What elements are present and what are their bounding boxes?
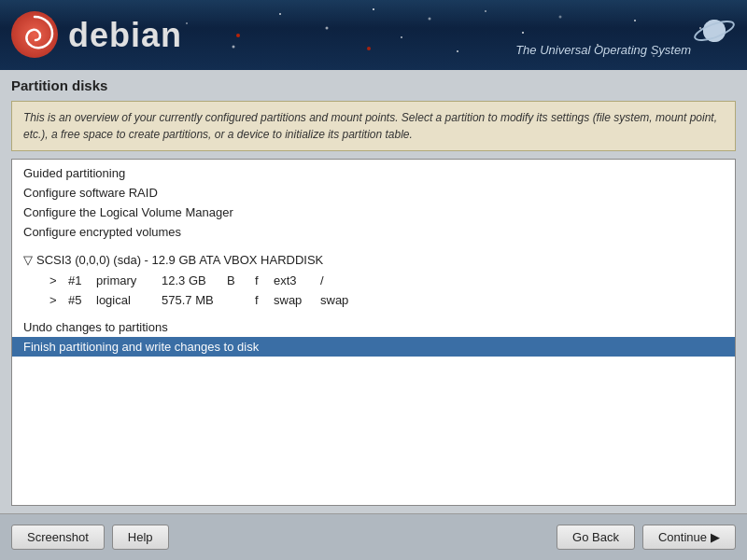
finish-label: Finish partitioning and write changes to… bbox=[23, 340, 259, 354]
info-text: This is an overview of your currently co… bbox=[23, 111, 717, 141]
svg-point-7 bbox=[522, 32, 524, 34]
partition-flag-2: f bbox=[255, 293, 274, 307]
svg-point-4 bbox=[429, 18, 431, 21]
svg-point-10 bbox=[634, 20, 636, 21]
footer-left-buttons: Screenshot Help bbox=[11, 525, 169, 550]
help-button[interactable]: Help bbox=[112, 525, 169, 550]
screenshot-button[interactable]: Screenshot bbox=[11, 525, 105, 550]
svg-point-5 bbox=[457, 50, 458, 52]
svg-point-20 bbox=[703, 20, 726, 42]
header-tagline: The Universal Operating System bbox=[515, 43, 691, 57]
list-item-undo[interactable]: Undo changes to partitions bbox=[12, 317, 735, 337]
footer: Screenshot Help Go Back Continue ▶ bbox=[0, 513, 747, 560]
svg-point-16 bbox=[367, 47, 371, 50]
partition-panel[interactable]: Guided partitioning Configure software R… bbox=[11, 159, 736, 506]
debian-logo: debian bbox=[9, 9, 182, 61]
partition-size-1: 12.3 GB bbox=[162, 273, 227, 287]
partition-mount-1: / bbox=[320, 273, 324, 287]
partition-row-2[interactable]: > #5 logical 575.7 MB f swap swap bbox=[12, 290, 735, 310]
continue-arrow-icon: ▶ bbox=[711, 530, 720, 544]
main-content: Partition disks This is an overview of y… bbox=[0, 70, 747, 513]
partition-flag-1: f bbox=[255, 273, 274, 287]
continue-button[interactable]: Continue ▶ bbox=[642, 525, 736, 550]
partition-fs-1: ext3 bbox=[274, 273, 320, 287]
lvm-label: Configure the Logical Volume Manager bbox=[23, 205, 233, 219]
partition-row-1[interactable]: > #1 primary 12.3 GB B f ext3 / bbox=[12, 271, 735, 290]
svg-point-11 bbox=[186, 22, 188, 24]
disk-label: SCSI3 (0,0,0) (sda) - 12.9 GB ATA VBOX H… bbox=[36, 253, 323, 267]
disk-header[interactable]: ▽ SCSI3 (0,0,0) (sda) - 12.9 GB ATA VBOX… bbox=[12, 249, 735, 271]
svg-point-6 bbox=[485, 10, 486, 12]
svg-point-2 bbox=[373, 8, 374, 10]
debian-brand-name: debian bbox=[68, 16, 182, 55]
partition-boot-1: B bbox=[227, 273, 255, 287]
continue-label: Continue bbox=[658, 530, 707, 544]
page-title: Partition disks bbox=[11, 77, 736, 93]
footer-right-buttons: Go Back Continue ▶ bbox=[557, 525, 736, 550]
list-item-lvm[interactable]: Configure the Logical Volume Manager bbox=[12, 203, 735, 222]
undo-label: Undo changes to partitions bbox=[23, 320, 168, 334]
partition-mount-2: swap bbox=[320, 293, 348, 307]
raid-label: Configure software RAID bbox=[23, 186, 158, 200]
svg-point-3 bbox=[401, 36, 402, 38]
partition-fs-2: swap bbox=[274, 293, 320, 307]
svg-point-8 bbox=[559, 16, 562, 19]
partition-type-2: logical bbox=[96, 293, 162, 307]
info-box: This is an overview of your currently co… bbox=[11, 101, 736, 151]
list-item-finish[interactable]: Finish partitioning and write changes to… bbox=[12, 337, 735, 357]
partition-num-2: #5 bbox=[68, 293, 96, 307]
partition-num-1: #1 bbox=[68, 273, 96, 287]
svg-point-12 bbox=[233, 46, 235, 49]
svg-point-17 bbox=[11, 11, 58, 58]
svg-point-15 bbox=[236, 34, 240, 37]
planet-svg bbox=[691, 7, 738, 54]
encrypted-label: Configure encrypted volumes bbox=[23, 225, 181, 239]
go-back-button[interactable]: Go Back bbox=[557, 525, 635, 550]
list-item-guided[interactable]: Guided partitioning bbox=[12, 163, 735, 183]
partition-size-2: 575.7 MB bbox=[162, 293, 227, 307]
partition-boot-2 bbox=[227, 293, 255, 307]
debian-swirl-icon bbox=[9, 9, 61, 61]
partition-arrow-2: > bbox=[49, 293, 68, 307]
partition-type-1: primary bbox=[96, 273, 162, 287]
header: debian The Universal Operating System bbox=[0, 0, 747, 70]
planet-icon bbox=[691, 7, 738, 57]
svg-point-0 bbox=[279, 13, 281, 15]
partition-arrow-1: > bbox=[49, 273, 68, 287]
disk-arrow-icon: ▽ bbox=[23, 253, 33, 267]
svg-point-1 bbox=[326, 27, 329, 30]
guided-label: Guided partitioning bbox=[23, 166, 125, 180]
list-item-raid[interactable]: Configure software RAID bbox=[12, 183, 735, 203]
list-item-encrypted[interactable]: Configure encrypted volumes bbox=[12, 222, 735, 242]
